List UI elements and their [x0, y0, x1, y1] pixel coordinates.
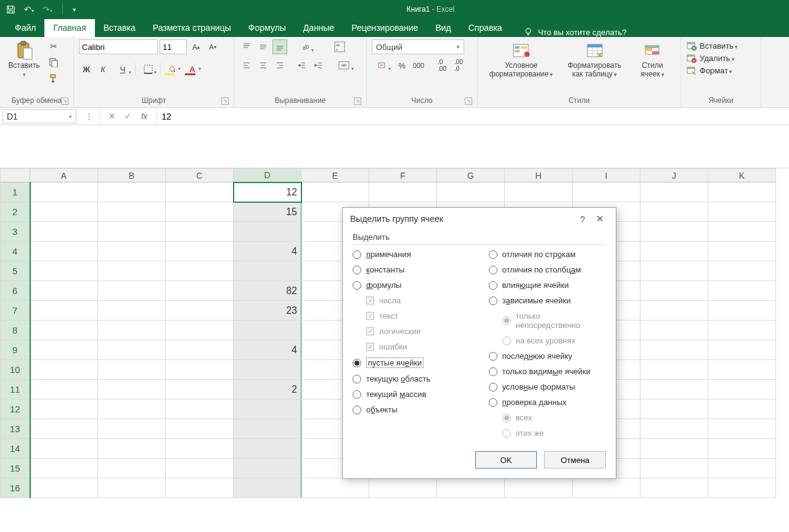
- cell[interactable]: [708, 340, 776, 360]
- row-header[interactable]: 9: [1, 340, 30, 360]
- cell[interactable]: [30, 261, 98, 281]
- format-cells-button[interactable]: Формат: [700, 66, 732, 75]
- cell[interactable]: [98, 301, 166, 321]
- format-as-table-button[interactable]: Форматировать как таблицу: [561, 39, 629, 80]
- option-blanks[interactable]: пустые ячейки: [353, 358, 470, 368]
- cell[interactable]: [505, 478, 573, 498]
- tab-insert[interactable]: Вставка: [95, 19, 144, 37]
- tell-me[interactable]: Что вы хотите сделать?: [523, 27, 627, 37]
- option-array[interactable]: текущий массив: [353, 390, 470, 399]
- cell[interactable]: [301, 182, 369, 202]
- row-header[interactable]: 8: [1, 321, 30, 340]
- column-header[interactable]: I: [573, 169, 640, 182]
- underline-icon[interactable]: Ч: [112, 62, 133, 76]
- cell[interactable]: [234, 261, 301, 281]
- cell[interactable]: [708, 321, 776, 340]
- row-header[interactable]: 14: [1, 439, 30, 459]
- cell[interactable]: [234, 360, 301, 380]
- cell[interactable]: [166, 419, 234, 439]
- cell[interactable]: [437, 182, 505, 202]
- align-middle-icon[interactable]: [256, 39, 271, 54]
- cell[interactable]: [30, 439, 98, 459]
- fx-icon[interactable]: fx: [137, 112, 151, 121]
- tab-review[interactable]: Рецензирование: [343, 19, 427, 37]
- cell[interactable]: [234, 321, 301, 340]
- tab-formulas[interactable]: Формулы: [240, 19, 295, 37]
- cell[interactable]: [166, 340, 234, 360]
- row-header[interactable]: 12: [1, 399, 30, 419]
- align-dialog-launcher[interactable]: ↘: [354, 97, 361, 105]
- cell-styles-button[interactable]: Стили ячеек: [631, 39, 674, 80]
- column-header[interactable]: C: [166, 169, 234, 182]
- cell[interactable]: 2: [234, 380, 301, 399]
- row-header[interactable]: 5: [1, 261, 30, 281]
- cell[interactable]: 4: [234, 340, 301, 360]
- row-header[interactable]: 10: [1, 360, 30, 380]
- tab-layout[interactable]: Разметка страницы: [144, 19, 240, 37]
- row-header[interactable]: 2: [1, 202, 30, 222]
- italic-icon[interactable]: К: [96, 62, 110, 76]
- option-notes[interactable]: примечания: [353, 250, 470, 259]
- cell[interactable]: 23: [234, 301, 301, 321]
- cell[interactable]: [369, 182, 437, 202]
- accounting-format-icon[interactable]: [372, 58, 393, 73]
- cell[interactable]: [640, 242, 708, 261]
- cell[interactable]: [166, 261, 234, 281]
- cell[interactable]: [708, 459, 776, 478]
- option-cond[interactable]: условные форматы: [489, 382, 607, 391]
- cell[interactable]: [369, 478, 437, 498]
- borders-icon[interactable]: [137, 62, 158, 76]
- cell[interactable]: [98, 380, 166, 399]
- qat-customize-icon[interactable]: ▾: [72, 6, 77, 13]
- decrease-indent-icon[interactable]: [295, 58, 309, 73]
- row-header[interactable]: 16: [1, 478, 30, 498]
- row-header[interactable]: 1: [1, 182, 30, 202]
- cell[interactable]: [98, 340, 166, 360]
- cell[interactable]: [166, 182, 234, 202]
- format-painter-icon[interactable]: [47, 72, 60, 85]
- cell[interactable]: [30, 321, 98, 340]
- paste-button[interactable]: Вставить▾: [5, 39, 43, 80]
- cell[interactable]: [30, 399, 98, 419]
- insert-cells-button[interactable]: Вставить: [700, 41, 738, 51]
- name-box[interactable]: D1▾: [2, 109, 76, 123]
- cell[interactable]: [640, 281, 708, 301]
- cell[interactable]: [166, 301, 234, 321]
- dialog-help-icon[interactable]: ?: [574, 214, 591, 224]
- cell[interactable]: [30, 301, 98, 321]
- option-region[interactable]: текущую область: [353, 374, 470, 383]
- cell[interactable]: [98, 360, 166, 380]
- cell[interactable]: [708, 202, 776, 222]
- cell[interactable]: [708, 380, 776, 399]
- tab-file[interactable]: Файл: [6, 19, 44, 37]
- column-header[interactable]: A: [30, 169, 98, 182]
- cell[interactable]: [166, 478, 234, 498]
- decrease-font-icon[interactable]: A▾: [205, 39, 220, 54]
- conditional-formatting-button[interactable]: Условное форматирование: [484, 39, 558, 80]
- cell[interactable]: [640, 340, 708, 360]
- cell[interactable]: [166, 439, 234, 459]
- cell[interactable]: [640, 301, 708, 321]
- cell[interactable]: [166, 360, 234, 380]
- cell[interactable]: [640, 321, 708, 340]
- cell[interactable]: [166, 399, 234, 419]
- percent-icon[interactable]: %: [394, 58, 409, 73]
- cut-icon[interactable]: ✂: [47, 39, 60, 53]
- option-coldiff[interactable]: отличия по столбцам: [489, 265, 607, 274]
- cell[interactable]: [98, 321, 166, 340]
- cell[interactable]: [708, 281, 776, 301]
- option-all[interactable]: всех: [502, 413, 607, 422]
- cell[interactable]: [708, 222, 776, 242]
- cell[interactable]: [166, 222, 234, 242]
- undo-icon[interactable]: ↶▾: [23, 4, 35, 14]
- redo-icon[interactable]: ↷▾: [41, 4, 54, 14]
- option-visible[interactable]: только видимые ячейки: [489, 367, 607, 376]
- cell[interactable]: [98, 399, 166, 419]
- align-bottom-icon[interactable]: [272, 39, 287, 54]
- cell[interactable]: [30, 478, 98, 498]
- option-prec[interactable]: влияющие ячейки: [489, 280, 607, 290]
- cell[interactable]: [640, 182, 708, 202]
- cell[interactable]: [708, 399, 776, 419]
- clipboard-dialog-launcher[interactable]: ↘: [61, 97, 68, 105]
- cell[interactable]: [234, 459, 301, 478]
